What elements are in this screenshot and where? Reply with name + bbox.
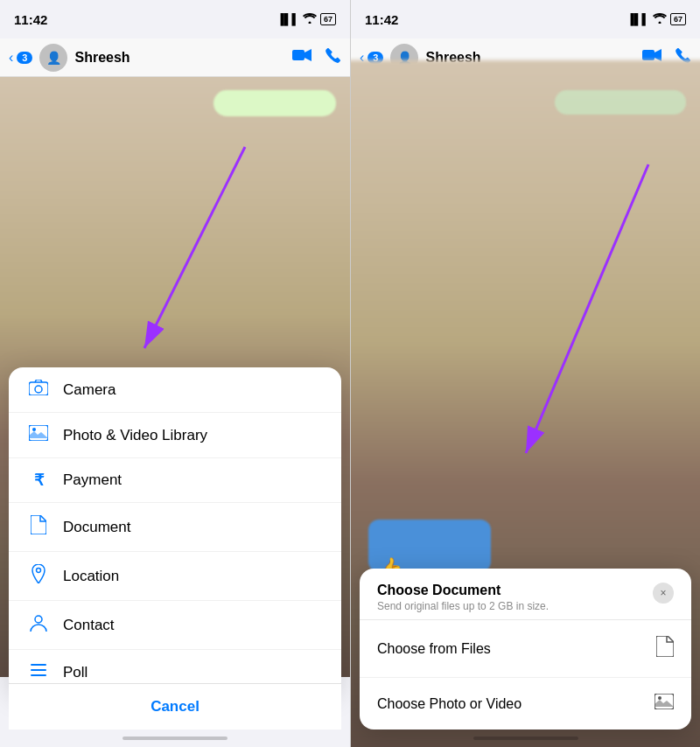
right-panel: 11:42 ▐▌▌ 67 ‹ 3 👤 Shreesh	[350, 0, 700, 747]
status-icons-left: ▐▌▌ 67	[276, 13, 336, 26]
signal-icon-right: ▐▌▌	[626, 13, 649, 25]
phone-icon-left[interactable]	[326, 47, 341, 67]
action-item-camera[interactable]: Camera	[9, 367, 341, 413]
status-bar-right: 11:42 ▐▌▌ 67	[351, 0, 700, 38]
avatar-left: 👤	[39, 44, 67, 72]
left-panel: 11:42 ▐▌▌ 67 ‹ 3 👤 Shreesh	[0, 0, 350, 747]
document-icon	[26, 515, 51, 539]
action-item-photo-video[interactable]: Photo & Video Library	[9, 413, 341, 458]
cancel-button[interactable]: Cancel	[9, 683, 341, 730]
photo-video-option-icon	[654, 694, 674, 714]
action-item-location[interactable]: Location	[9, 552, 341, 601]
camera-icon	[26, 380, 51, 400]
doc-sheet-header: Choose Document Send original files up t…	[360, 569, 691, 620]
choose-photo-video-label: Choose Photo or Video	[377, 696, 522, 712]
time-left: 11:42	[14, 12, 47, 27]
battery-icon-left: 67	[320, 13, 336, 25]
document-label: Document	[63, 519, 130, 536]
video-call-icon-left[interactable]	[292, 48, 312, 66]
signal-icon-left: ▐▌▌	[276, 13, 299, 25]
svg-marker-1	[304, 49, 312, 61]
svg-point-18	[658, 696, 662, 700]
choose-files-label: Choose from Files	[377, 641, 491, 657]
msg-bubble-right-top	[555, 90, 686, 115]
contact-label: Contact	[63, 617, 115, 634]
svg-point-7	[32, 428, 36, 431]
contact-name-left: Shreesh	[74, 50, 130, 66]
svg-rect-6	[29, 425, 48, 441]
contact-icon	[26, 613, 51, 637]
photo-video-label: Photo & Video Library	[63, 427, 207, 444]
svg-rect-0	[292, 50, 304, 60]
home-indicator-left	[122, 737, 228, 740]
nav-right-left	[292, 47, 341, 67]
svg-rect-13	[642, 50, 654, 60]
doc-sheet-subtitle: Send original files up to 2 GB in size.	[377, 600, 549, 612]
action-sheet-left: Camera Photo & Video Library ₹ Payment	[9, 367, 341, 695]
choose-photo-video-option[interactable]: Choose Photo or Video	[360, 678, 691, 730]
doc-close-button[interactable]: ×	[653, 583, 674, 604]
time-right: 11:42	[365, 12, 398, 27]
cancel-container: Cancel	[9, 683, 341, 730]
nav-contact-left[interactable]: 👤 Shreesh	[39, 44, 130, 72]
svg-point-8	[37, 569, 41, 573]
status-icons-right: ▐▌▌ 67	[626, 13, 686, 26]
doc-sheet: Choose Document Send original files up t…	[360, 569, 691, 730]
nav-left-left: ‹ 3 👤 Shreesh	[9, 44, 130, 72]
chevron-left-icon: ‹	[9, 50, 13, 66]
back-button-left[interactable]: ‹ 3	[9, 50, 32, 66]
wifi-icon-right	[653, 13, 667, 26]
svg-rect-17	[654, 694, 674, 709]
payment-label: Payment	[63, 471, 122, 489]
poll-label: Poll	[63, 664, 88, 681]
action-item-contact[interactable]: Contact	[9, 601, 341, 650]
location-icon	[26, 564, 51, 588]
doc-sheet-title: Choose Document	[377, 583, 549, 598]
battery-icon-right: 67	[670, 13, 686, 25]
svg-point-5	[35, 386, 42, 393]
payment-icon: ₹	[26, 471, 51, 490]
location-label: Location	[63, 568, 119, 585]
back-badge-left: 3	[17, 52, 32, 64]
status-bar-left: 11:42 ▐▌▌ 67	[0, 0, 350, 38]
home-indicator-right	[473, 737, 578, 740]
action-item-document[interactable]: Document	[9, 503, 341, 552]
camera-label: Camera	[63, 381, 116, 399]
action-item-payment[interactable]: ₹ Payment	[9, 458, 341, 503]
svg-point-9	[35, 616, 42, 623]
files-icon	[656, 636, 674, 661]
poll-icon	[26, 662, 51, 682]
wifi-icon-left	[303, 13, 317, 26]
doc-sheet-header-text: Choose Document Send original files up t…	[377, 583, 549, 612]
msg-bubble-sent-left	[214, 90, 336, 116]
choose-files-option[interactable]: Choose from Files	[360, 620, 691, 678]
nav-bar-left: ‹ 3 👤 Shreesh	[0, 38, 350, 77]
photo-video-icon	[26, 425, 51, 445]
